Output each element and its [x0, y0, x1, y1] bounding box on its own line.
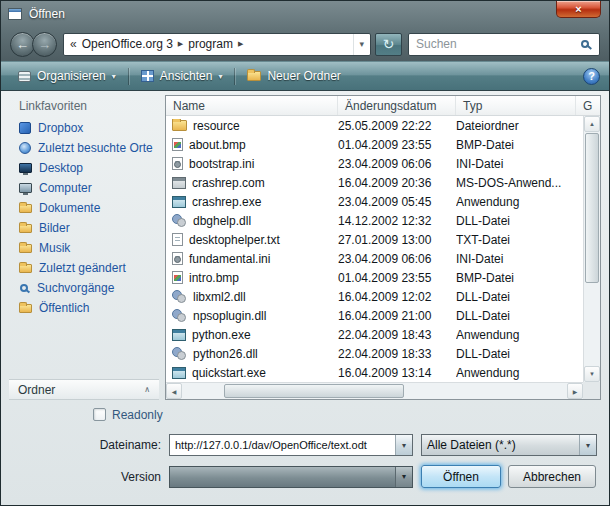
refresh-button[interactable]: ↻ — [375, 33, 402, 56]
scroll-left-button[interactable]: ◀ — [166, 383, 182, 399]
file-row[interactable]: desktophelper.txt27.01.2009 13:00TXT-Dat… — [166, 230, 583, 249]
file-type: DLL-Datei — [456, 214, 583, 228]
scroll-right-button[interactable]: ▶ — [567, 383, 583, 399]
file-row[interactable]: bootstrap.ini23.04.2009 06:06INI-Datei — [166, 154, 583, 173]
column-header-size[interactable]: G — [576, 96, 600, 115]
sidebar-item-searches[interactable]: Suchvorgänge — [9, 278, 159, 298]
readonly-row: Readonly — [93, 407, 601, 422]
exe-file-icon — [172, 367, 186, 379]
scroll-up-button[interactable]: ▲ — [584, 116, 600, 132]
scroll-down-button[interactable]: ▼ — [584, 366, 600, 382]
open-button[interactable]: Öffnen — [421, 465, 501, 488]
titlebar[interactable]: Öffnen × — [1, 1, 609, 27]
file-row[interactable]: libxml2.dll16.04.2009 12:02DLL-Datei — [166, 287, 583, 306]
main-area: Linkfavoriten DropboxZuletzt besuchte Or… — [9, 95, 601, 400]
file-type: DLL-Datei — [456, 290, 583, 304]
file-row[interactable]: npsoplugin.dll16.04.2009 21:00DLL-Datei — [166, 306, 583, 325]
new-folder-button[interactable]: Neuer Ordner — [239, 65, 348, 87]
column-header-name[interactable]: Name — [166, 96, 338, 115]
window-chrome: Öffnen × ← → « OpenOffice.org 3 ▶ progra… — [1, 1, 609, 91]
folders-expander[interactable]: Ordner ∧ — [9, 379, 159, 400]
breadcrumb-item-program[interactable]: program — [188, 37, 233, 51]
sidebar-item-recently-changed[interactable]: Zuletzt geändert — [9, 258, 159, 278]
file-row[interactable]: crashrep.com16.04.2009 20:36MS-DOS-Anwen… — [166, 173, 583, 192]
sidebar-item-documents[interactable]: Dokumente — [9, 198, 159, 218]
help-button[interactable]: ? — [583, 68, 600, 85]
column-header-date[interactable]: Änderungsdatum — [338, 96, 456, 115]
chevron-down-icon: ▾ — [218, 72, 222, 81]
file-type: BMP-Datei — [456, 271, 583, 285]
filename-combobox[interactable]: http://127.0.0.1/dav/OpenOffice/text.odt… — [169, 434, 413, 456]
vertical-scrollbar-thumb[interactable] — [585, 133, 599, 283]
file-row[interactable]: fundamental.ini23.04.2009 06:06INI-Datei — [166, 249, 583, 268]
dialog-content: Linkfavoriten DropboxZuletzt besuchte Or… — [1, 91, 609, 505]
file-row[interactable]: dbghelp.dll14.12.2002 12:32DLL-Datei — [166, 211, 583, 230]
file-type: DLL-Datei — [456, 309, 583, 323]
sidebar-item-music[interactable]: Musik — [9, 238, 159, 258]
views-icon — [141, 70, 154, 82]
readonly-checkbox[interactable] — [93, 408, 106, 421]
vertical-scrollbar[interactable]: ▲ ▼ — [583, 116, 600, 382]
filetype-combobox[interactable]: Alle Dateien (*.*) ▾ — [421, 434, 597, 456]
file-date: 14.12.2002 12:32 — [338, 214, 456, 228]
com-file-icon — [172, 177, 186, 189]
horizontal-scrollbar[interactable]: ◀ ▶ — [166, 382, 583, 399]
file-name-cell: crashrep.com — [166, 176, 338, 190]
file-name-cell: about.bmp — [166, 138, 338, 152]
file-list-panel: Name Änderungsdatum Typ G resource25.05.… — [165, 95, 601, 400]
filename-value[interactable]: http://127.0.0.1/dav/OpenOffice/text.odt — [170, 439, 395, 451]
exe-file-icon — [172, 196, 186, 208]
sidebar-item-computer[interactable]: Computer — [9, 178, 159, 198]
views-button[interactable]: Ansichten ▾ — [133, 65, 231, 87]
version-dropdown-button[interactable]: ▾ — [395, 467, 412, 487]
file-name-cell: fundamental.ini — [166, 252, 338, 266]
column-header-type[interactable]: Typ — [456, 96, 576, 115]
file-row[interactable]: about.bmp01.04.2009 23:55BMP-Datei — [166, 135, 583, 154]
search-icon[interactable] — [581, 40, 589, 48]
file-type: INI-Datei — [456, 157, 583, 171]
file-type: DLL-Datei — [456, 347, 583, 361]
sidebar-item-dropbox[interactable]: Dropbox — [9, 118, 159, 138]
forward-button[interactable]: → — [32, 32, 57, 57]
sidebar-item-pictures[interactable]: Bilder — [9, 218, 159, 238]
back-icon: ← — [16, 37, 29, 52]
sidebar-item-label: Computer — [39, 181, 92, 195]
breadcrumb-dropdown[interactable]: ▾ — [353, 34, 364, 55]
file-row[interactable]: resource25.05.2009 22:22Dateiordner — [166, 116, 583, 135]
clock-icon — [19, 142, 31, 154]
file-list-body: resource25.05.2009 22:22Dateiordnerabout… — [166, 116, 583, 382]
horizontal-scrollbar-thumb[interactable] — [224, 384, 404, 398]
file-name-cell: intro.bmp — [166, 271, 338, 285]
breadcrumb-item-openoffice[interactable]: OpenOffice.org 3 — [82, 37, 173, 51]
sidebar-item-desktop[interactable]: Desktop — [9, 158, 159, 178]
dll-file-icon — [172, 290, 187, 303]
dll-file-icon — [172, 347, 187, 360]
toolbar-separator — [128, 68, 129, 85]
filename-dropdown-button[interactable]: ▾ — [395, 435, 412, 455]
filetype-dropdown-button[interactable]: ▾ — [579, 435, 596, 455]
file-name-cell: python26.dll — [166, 347, 338, 361]
file-row[interactable]: quickstart.exe16.04.2009 13:14Anwendung — [166, 363, 583, 382]
file-type: BMP-Datei — [456, 138, 583, 152]
new-folder-icon — [247, 71, 261, 81]
file-name-cell: python.exe — [166, 328, 338, 342]
sidebar-item-public[interactable]: Öffentlich — [9, 298, 159, 318]
file-row[interactable]: intro.bmp01.04.2009 23:55BMP-Datei — [166, 268, 583, 287]
close-button[interactable]: × — [556, 1, 601, 18]
file-row[interactable]: python26.dll22.04.2009 18:33DLL-Datei — [166, 344, 583, 363]
breadcrumb-overflow-icon[interactable]: « — [70, 37, 77, 51]
file-row[interactable]: python.exe22.04.2009 18:43Anwendung — [166, 325, 583, 344]
open-file-dialog: Öffnen × ← → « OpenOffice.org 3 ▶ progra… — [0, 0, 610, 506]
sidebar-item-label: Dokumente — [39, 201, 100, 215]
file-name: about.bmp — [189, 138, 246, 152]
organize-button[interactable]: Organisieren ▾ — [10, 65, 124, 87]
breadcrumb[interactable]: « OpenOffice.org 3 ▶ program ▶ ▾ — [63, 33, 371, 56]
cancel-button[interactable]: Abbrechen — [508, 465, 596, 488]
search-box[interactable]: Suchen — [408, 33, 600, 56]
sidebar-item-recent-places[interactable]: Zuletzt besuchte Orte — [9, 138, 159, 158]
file-row[interactable]: crashrep.exe23.04.2009 05:45Anwendung — [166, 192, 583, 211]
version-combobox[interactable]: ▾ — [169, 466, 413, 488]
sidebar-item-label: Suchvorgänge — [37, 281, 114, 295]
folder-file-icon — [172, 120, 187, 131]
dll-file-icon — [172, 214, 187, 227]
